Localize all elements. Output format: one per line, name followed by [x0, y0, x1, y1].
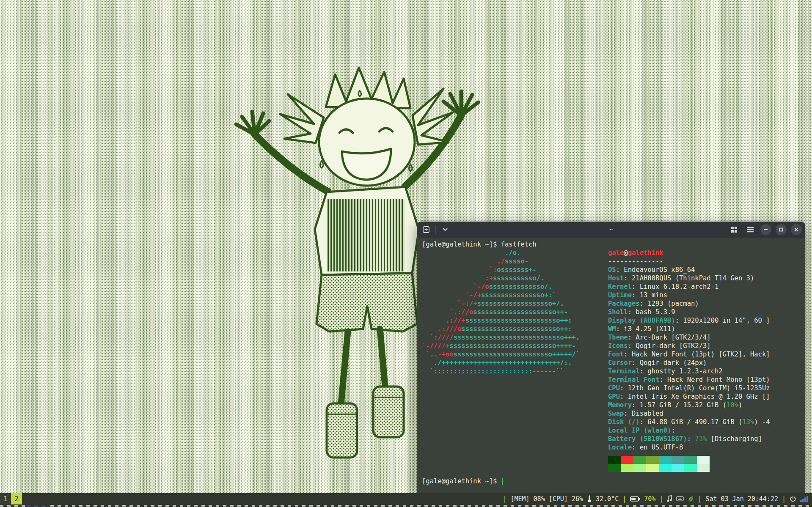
text-segment: ++:	[560, 325, 572, 333]
text-segment: sssssssssssssssssssssssso	[454, 351, 552, 358]
status-text: 70%	[644, 495, 655, 503]
text-segment: : 64.88 GiB / 490.17 GiB (	[640, 418, 743, 426]
ascii-art-line: .://+ssssssssssssssssssssssso++:	[422, 316, 580, 325]
text-segment: sssso	[505, 258, 525, 265]
ascii-art-line: `.://osssssssssssssssssssso++-	[422, 308, 580, 316]
text-segment: ssssssssssssso	[489, 283, 545, 290]
system-info-line: Local IP (wlan0):	[608, 426, 770, 435]
text-segment: ++:	[560, 317, 572, 324]
palette-swatch	[672, 464, 684, 472]
text-segment: `..-+oo	[422, 351, 454, 358]
ascii-art-line: `-////+sssssssssssssssssssssssssso++++-	[422, 342, 580, 350]
terminal-content[interactable]: [gale@galethink ~]$ fastfetch ./o. ./sss…	[417, 238, 805, 493]
keyboard-icon[interactable]	[676, 496, 684, 502]
text-segment: `-/+	[422, 291, 481, 299]
ascii-art-line: `:::::::::::::::::::::::::------``	[422, 367, 580, 375]
signal-bars-icon[interactable]	[800, 496, 809, 502]
text-segment: -	[525, 258, 528, 265]
text-segment: `:	[422, 266, 497, 274]
bar-separator: |	[782, 495, 786, 503]
battery-icon[interactable]	[630, 496, 640, 502]
text-segment: `-:/+	[422, 300, 477, 307]
system-info-line: Host: 21AH00BQUS (ThinkPad T14 Gen 3)	[608, 274, 770, 282]
tab-dropdown-button[interactable]	[439, 224, 451, 236]
grid-icon	[731, 226, 738, 233]
text-segment: Icons	[608, 342, 628, 350]
palette-swatch	[659, 456, 672, 464]
text-segment: : Qogir-dark (24px)	[632, 359, 707, 367]
palette-swatch	[646, 464, 659, 472]
text-segment: ++++-	[556, 342, 576, 350]
text-segment: Display (AUOFA9B)	[608, 317, 675, 324]
text-segment: +++++/`	[552, 351, 580, 358]
text-segment: : ghostty 1.2.3-arch2	[640, 367, 723, 375]
text-segment: osssssss+	[497, 266, 532, 274]
text-segment: @	[624, 249, 628, 257]
menu-button[interactable]	[744, 224, 756, 236]
text-segment: : 1920x1200 in 14", 60 ]	[675, 317, 770, 324]
text-segment: `:+	[422, 274, 493, 282]
text-segment: : EndeavourOS x86_64	[616, 266, 695, 274]
workspace-button-2[interactable]: 2	[11, 493, 22, 504]
system-info-line: Battery (5B10W51867): 71% [Discharging]	[608, 435, 770, 443]
text-segment: : Linux 6.18.2-arch2-1	[632, 283, 718, 290]
text-segment: `-////+	[422, 342, 449, 350]
text-segment: : Arc-Dark [GTK2/3/4]	[628, 334, 711, 341]
shell-prompt: [gale@galethink ~]$	[422, 241, 501, 248]
text-segment: : Qogir-dark [GTK2/3]	[628, 342, 711, 350]
layout-grid-button[interactable]	[728, 224, 740, 236]
palette-row-bright	[608, 464, 710, 472]
ascii-art-line: `..-+oosssssssssssssssssssssssso+++++/`	[422, 350, 580, 359]
maximize-button[interactable]	[776, 224, 787, 235]
text-segment: `:::::::::::::::::::::::::------``	[422, 367, 564, 375]
system-info-line: Shell: bash 5.3.9	[608, 308, 770, 316]
workspace-switcher: 12	[0, 493, 22, 504]
dash-pattern-blue	[27, 505, 47, 507]
text-segment: Shell	[608, 308, 628, 316]
text-segment: : bash 5.3.9	[628, 308, 675, 316]
system-info-line: OS: EndeavourOS x86_64	[608, 266, 770, 274]
close-button[interactable]	[791, 224, 802, 235]
palette-swatch	[633, 456, 646, 464]
text-segment: 71%	[695, 435, 707, 443]
text-segment: +:`	[544, 291, 556, 299]
system-info-line: Terminal: ghostty 1.2.3-arch2	[608, 367, 770, 375]
new-tab-icon	[422, 226, 430, 233]
text-segment: Disk (/)	[608, 418, 640, 426]
text-segment: )	[738, 401, 742, 409]
text-segment: :	[687, 435, 695, 443]
power-icon[interactable]	[790, 496, 796, 502]
palette-swatch	[697, 464, 710, 472]
text-segment: ssssssssssssssssssssssssssso	[454, 334, 564, 341]
system-info-line: --------------	[608, 257, 770, 266]
leaf-icon[interactable]	[688, 496, 694, 502]
text-segment: : Hack Nerd Font Mono (13pt)	[659, 376, 770, 384]
thermometer-icon	[587, 495, 592, 503]
palette-swatch	[672, 456, 684, 464]
typed-command: fastfetch	[501, 241, 537, 248]
ascii-art-line: ./sssso-	[422, 257, 580, 266]
minimize-button[interactable]	[760, 224, 771, 235]
system-info-line: Display (AUOFA9B): 1920x1200 in 14", 60 …	[608, 316, 770, 325]
text-segment: Battery (5B10W51867)	[608, 435, 687, 443]
workspace-button-1[interactable]: 1	[0, 493, 11, 504]
system-info-line: Locale: en_US.UTF-8	[608, 443, 770, 452]
close-icon	[794, 227, 799, 232]
fastfetch-ascii-logo: ./o. ./sssso- `:osssssss+- `:+ssssssssss…	[422, 249, 580, 375]
terminal-titlebar[interactable]: ~	[417, 222, 805, 238]
music-note-icon[interactable]	[667, 495, 672, 502]
text-segment: : Hack Nerd Font (13pt) [GTK2], Hack]	[624, 351, 770, 358]
text-segment: ./++++++++++++++++++++++++++++++/:.	[422, 359, 572, 367]
text-segment: ssssssssssssssssssssssso	[465, 317, 560, 324]
new-tab-button[interactable]	[420, 224, 432, 236]
terminal-window[interactable]: ~	[417, 222, 805, 493]
text-segment: `.://o	[422, 308, 473, 316]
text-segment: Theme	[608, 334, 628, 341]
system-info-line: Swap: Disabled	[608, 409, 770, 418]
palette-swatch	[633, 464, 646, 472]
status-text: 32.0°C	[596, 495, 619, 503]
status-blocks: |[MEM] 08% [CPU] 26%32.0°C|70%||Sat 03 J…	[503, 495, 812, 503]
palette-row-normal	[608, 456, 710, 464]
text-segment: CPU	[608, 384, 620, 392]
text-segment: galethink	[628, 249, 663, 257]
